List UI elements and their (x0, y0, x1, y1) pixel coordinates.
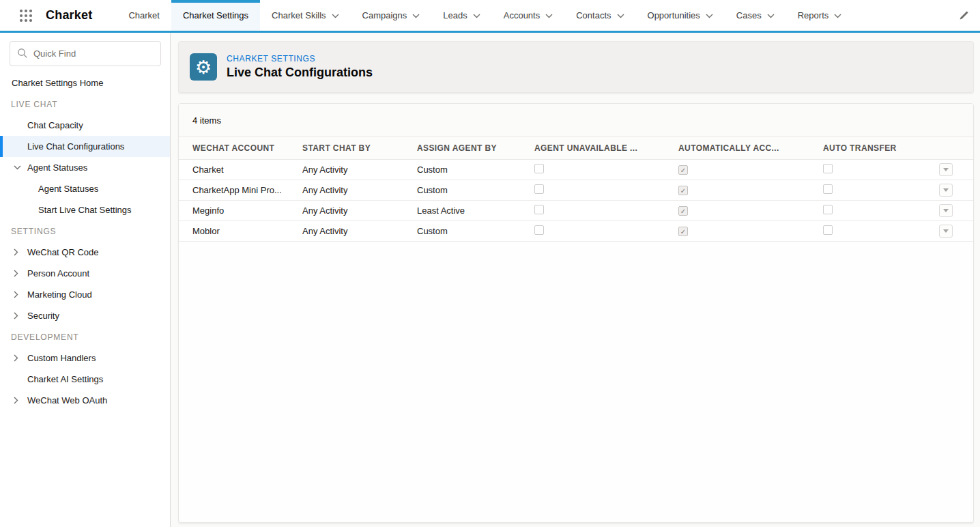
sidebar-section-settings: SETTINGS (0, 220, 170, 242)
tab-campaigns[interactable]: Campaigns (351, 0, 432, 31)
main-panel: ⚙ CHARKET SETTINGS Live Chat Configurati… (171, 33, 980, 527)
cell-automatically-accept (678, 226, 823, 237)
sidebar-section-live-chat: LIVE CHAT (0, 94, 170, 115)
chevron-right-icon[interactable] (14, 263, 18, 284)
column-header-wechat-account[interactable]: WECHAT ACCOUNT (192, 143, 302, 153)
cell-automatically-accept (678, 165, 823, 175)
item-count-label: 4 items (179, 104, 973, 137)
nav-tab-label: Charket Skills (272, 10, 326, 20)
cell-assign-agent-by: Least Active (417, 205, 534, 216)
page-header-text: CHARKET SETTINGS Live Chat Configuration… (227, 54, 373, 80)
chevron-right-icon[interactable] (14, 305, 18, 326)
tab-accounts[interactable]: Accounts (492, 0, 564, 31)
cell-start-chat-by: Any Activity (302, 185, 417, 195)
quick-find-box (10, 41, 161, 66)
row-actions-dropdown-button[interactable] (939, 184, 953, 197)
sidebar-item-custom-handlers[interactable]: Custom Handlers (0, 347, 170, 369)
tab-charket-settings[interactable]: Charket Settings (171, 0, 260, 31)
nav-tab-bar: Charket Charket Settings Charket Skills … (117, 0, 853, 31)
nav-tab-label: Charket Settings (183, 10, 248, 20)
sidebar-item-live-chat-configurations[interactable]: Live Chat Configurations (0, 136, 170, 157)
app-root: Charket Charket Charket Settings Charket… (0, 0, 980, 527)
tab-cases[interactable]: Cases (725, 0, 786, 31)
tab-charket-skills[interactable]: Charket Skills (260, 0, 350, 31)
chevron-down-icon[interactable] (617, 10, 624, 20)
chevron-down-icon[interactable] (545, 10, 553, 20)
sidebar-item-charket-settings-home[interactable]: Charket Settings Home (0, 72, 170, 94)
column-header-start-chat-by[interactable]: START CHAT BY (302, 143, 417, 153)
chevron-down-icon[interactable] (767, 10, 775, 20)
chevron-down-icon[interactable] (332, 10, 339, 20)
tab-leads[interactable]: Leads (431, 0, 491, 31)
chevron-right-icon[interactable] (14, 242, 18, 263)
chevron-down-icon[interactable] (412, 10, 420, 20)
column-header-automatically-acc[interactable]: AUTOMATICALLY ACC... (678, 143, 823, 153)
sidebar-item-wechat-web-oauth[interactable]: WeChat Web OAuth (0, 390, 170, 411)
row-actions-dropdown-button[interactable] (939, 204, 953, 217)
cell-auto-transfer (823, 205, 939, 216)
agent-unavailable-checkbox[interactable] (534, 184, 544, 194)
sidebar-item-charket-ai-settings[interactable]: Charket AI Settings (0, 369, 170, 390)
nav-tab-label: Campaigns (362, 10, 407, 20)
sidebar-item-label: Charket AI Settings (27, 374, 103, 384)
chevron-right-icon[interactable] (14, 284, 18, 305)
sidebar-item-label: WeChat QR Code (27, 247, 99, 257)
dropdown-triangle-icon (943, 209, 949, 212)
cell-agent-unavailable (534, 205, 678, 216)
column-header-agent-unavailable[interactable]: AGENT UNAVAILABLE ... (534, 143, 678, 153)
tab-opportunities[interactable]: Opportunities (636, 0, 725, 31)
automatically-accept-checkbox[interactable] (678, 227, 688, 236)
setup-sidebar: Charket Settings Home LIVE CHAT Chat Cap… (0, 33, 171, 527)
sidebar-item-start-live-chat-settings[interactable]: Start Live Chat Settings (0, 199, 170, 220)
column-header-assign-agent-by[interactable]: ASSIGN AGENT BY (417, 143, 534, 153)
auto-transfer-checkbox[interactable] (823, 164, 833, 173)
sidebar-item-agent-statuses[interactable]: Agent Statuses (0, 157, 170, 178)
auto-transfer-checkbox[interactable] (823, 225, 833, 235)
sidebar-item-chat-capacity[interactable]: Chat Capacity (0, 115, 170, 136)
dropdown-triangle-icon (943, 188, 949, 192)
automatically-accept-checkbox[interactable] (678, 186, 688, 195)
app-launcher-icon[interactable] (18, 8, 33, 23)
cell-wechat-account: Meginfo (192, 205, 302, 216)
chevron-right-icon[interactable] (14, 390, 18, 411)
agent-unavailable-checkbox[interactable] (534, 164, 544, 173)
cell-assign-agent-by: Custom (417, 226, 534, 236)
sidebar-item-marketing-cloud[interactable]: Marketing Cloud (0, 284, 170, 305)
sidebar-item-label: Custom Handlers (27, 353, 96, 363)
sidebar-item-label: Agent Statuses (27, 162, 87, 173)
sidebar-item-wechat-qr-code[interactable]: WeChat QR Code (0, 242, 170, 263)
sidebar-item-person-account[interactable]: Person Account (0, 263, 170, 284)
row-actions-dropdown-button[interactable] (939, 163, 953, 176)
app-name: Charket (46, 8, 92, 23)
sidebar-item-label: Person Account (27, 268, 89, 279)
tab-charket[interactable]: Charket (117, 0, 171, 31)
chevron-down-icon[interactable] (834, 10, 841, 20)
cell-agent-unavailable (534, 184, 678, 196)
cell-assign-agent-by: Custom (417, 185, 534, 195)
nav-tab-label: Accounts (504, 10, 540, 20)
automatically-accept-checkbox[interactable] (678, 165, 688, 175)
agent-unavailable-checkbox[interactable] (534, 205, 544, 214)
agent-unavailable-checkbox[interactable] (534, 225, 544, 235)
edit-navigation-pencil-icon[interactable] (958, 10, 969, 21)
automatically-accept-checkbox[interactable] (678, 206, 688, 216)
auto-transfer-checkbox[interactable] (823, 184, 833, 194)
chevron-down-icon[interactable] (706, 10, 713, 20)
table-row: Meginfo Any Activity Least Active (179, 201, 973, 221)
quick-find-input[interactable] (10, 41, 161, 66)
column-header-auto-transfer[interactable]: AUTO TRANSFER (823, 143, 939, 153)
sidebar-item-agent-statuses[interactable]: Agent Statuses (0, 178, 170, 199)
tab-contacts[interactable]: Contacts (564, 0, 635, 31)
row-actions-dropdown-button[interactable] (939, 225, 953, 238)
chevron-down-icon[interactable] (473, 10, 480, 20)
chevron-right-icon[interactable] (14, 347, 18, 369)
cell-row-actions (939, 184, 960, 197)
auto-transfer-checkbox[interactable] (823, 205, 833, 214)
sidebar-item-security[interactable]: Security (0, 305, 170, 326)
nav-tab-label: Charket (128, 10, 160, 20)
chevron-down-icon[interactable] (14, 157, 21, 178)
tab-reports[interactable]: Reports (786, 0, 854, 31)
configurations-list-card: 4 items WECHAT ACCOUNTSTART CHAT BYASSIG… (178, 103, 974, 523)
cell-automatically-accept (678, 185, 823, 196)
cell-auto-transfer (823, 184, 939, 196)
